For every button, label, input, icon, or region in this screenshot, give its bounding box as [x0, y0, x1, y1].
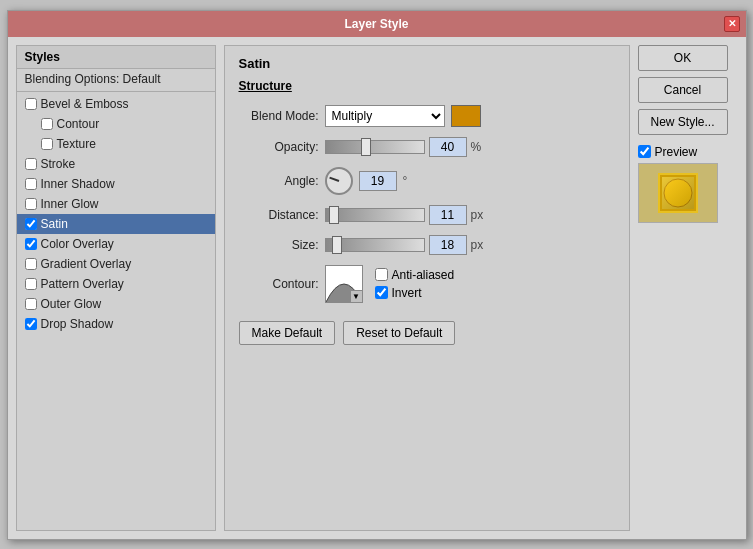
gradient-overlay-label: Gradient Overlay	[41, 257, 132, 271]
dialog-body: Styles Blending Options: Default Bevel &…	[8, 37, 746, 539]
outer-glow-label: Outer Glow	[41, 297, 102, 311]
sidebar-item-bevel-emboss[interactable]: Bevel & Emboss	[17, 94, 215, 114]
contour-row: Contour: ▼ Anti-aliased Invert	[239, 265, 615, 303]
stroke-label: Stroke	[41, 157, 76, 171]
distance-slider[interactable]	[325, 208, 425, 222]
outer-glow-checkbox[interactable]	[25, 298, 37, 310]
preview-box	[638, 163, 718, 223]
layer-style-dialog: Layer Style ✕ Styles Blending Options: D…	[7, 10, 747, 540]
dialog-title: Layer Style	[344, 17, 408, 31]
inner-glow-label: Inner Glow	[41, 197, 99, 211]
size-unit: px	[471, 238, 484, 252]
sidebar-item-outer-glow[interactable]: Outer Glow	[17, 294, 215, 314]
size-row: Size: px	[239, 235, 615, 255]
sidebar-item-inner-glow[interactable]: Inner Glow	[17, 194, 215, 214]
sidebar-item-inner-shadow[interactable]: Inner Shadow	[17, 174, 215, 194]
main-panel: Satin Structure Blend Mode: Multiply Nor…	[224, 45, 630, 531]
angle-row: Angle: °	[239, 167, 615, 195]
size-label: Size:	[239, 238, 319, 252]
anti-aliased-label: Anti-aliased	[392, 268, 455, 282]
drop-shadow-label: Drop Shadow	[41, 317, 114, 331]
contour-dropdown-arrow[interactable]: ▼	[350, 290, 362, 302]
invert-label: Invert	[392, 286, 422, 300]
opacity-slider-container: %	[325, 137, 482, 157]
blending-options-item[interactable]: Blending Options: Default	[17, 69, 215, 89]
svg-point-2	[664, 179, 692, 207]
satin-label: Satin	[41, 217, 68, 231]
opacity-slider[interactable]	[325, 140, 425, 154]
preview-thumbnail	[658, 173, 698, 213]
angle-dial[interactable]	[325, 167, 353, 195]
sidebar-item-texture[interactable]: Texture	[17, 134, 215, 154]
distance-row: Distance: px	[239, 205, 615, 225]
new-style-button[interactable]: New Style...	[638, 109, 728, 135]
make-default-button[interactable]: Make Default	[239, 321, 336, 345]
distance-label: Distance:	[239, 208, 319, 222]
pattern-overlay-checkbox[interactable]	[25, 278, 37, 290]
distance-input[interactable]	[429, 205, 467, 225]
action-buttons-row: Make Default Reset to Default	[239, 321, 615, 345]
distance-slider-container: px	[325, 205, 484, 225]
section-title: Satin	[239, 56, 615, 71]
satin-checkbox[interactable]	[25, 218, 37, 230]
angle-label: Angle:	[239, 174, 319, 188]
sidebar-item-color-overlay[interactable]: Color Overlay	[17, 234, 215, 254]
preview-label-row: Preview	[638, 145, 698, 159]
drop-shadow-checkbox[interactable]	[25, 318, 37, 330]
opacity-input[interactable]	[429, 137, 467, 157]
right-panel: OK Cancel New Style... Preview	[638, 45, 738, 531]
left-panel: Styles Blending Options: Default Bevel &…	[16, 45, 216, 531]
inner-glow-checkbox[interactable]	[25, 198, 37, 210]
texture-checkbox[interactable]	[41, 138, 53, 150]
angle-input[interactable]	[359, 171, 397, 191]
preview-label: Preview	[655, 145, 698, 159]
blend-mode-select[interactable]: Multiply Normal Dissolve Screen Overlay	[325, 105, 445, 127]
bevel-emboss-label: Bevel & Emboss	[41, 97, 129, 111]
stroke-checkbox[interactable]	[25, 158, 37, 170]
contour-label: Contour	[57, 117, 100, 131]
color-overlay-label: Color Overlay	[41, 237, 114, 251]
reset-to-default-button[interactable]: Reset to Default	[343, 321, 455, 345]
inner-shadow-checkbox[interactable]	[25, 178, 37, 190]
close-button[interactable]: ✕	[724, 16, 740, 32]
sidebar-item-pattern-overlay[interactable]: Pattern Overlay	[17, 274, 215, 294]
blend-mode-label: Blend Mode:	[239, 109, 319, 123]
angle-container: °	[325, 167, 408, 195]
ok-button[interactable]: OK	[638, 45, 728, 71]
sidebar-item-gradient-overlay[interactable]: Gradient Overlay	[17, 254, 215, 274]
invert-checkbox[interactable]	[375, 286, 388, 299]
contour-preview[interactable]: ▼	[325, 265, 363, 303]
blend-mode-row: Blend Mode: Multiply Normal Dissolve Scr…	[239, 105, 615, 127]
texture-label: Texture	[57, 137, 96, 151]
size-input[interactable]	[429, 235, 467, 255]
sidebar-item-satin[interactable]: Satin	[17, 214, 215, 234]
preview-checkbox[interactable]	[638, 145, 651, 158]
title-bar: Layer Style ✕	[8, 11, 746, 37]
sidebar-item-stroke[interactable]: Stroke	[17, 154, 215, 174]
contour-checkbox[interactable]	[41, 118, 53, 130]
cancel-button[interactable]: Cancel	[638, 77, 728, 103]
bevel-emboss-checkbox[interactable]	[25, 98, 37, 110]
opacity-label: Opacity:	[239, 140, 319, 154]
anti-aliased-row: Anti-aliased	[375, 268, 455, 282]
inner-shadow-label: Inner Shadow	[41, 177, 115, 191]
preview-section: Preview	[638, 145, 738, 223]
pattern-overlay-label: Pattern Overlay	[41, 277, 124, 291]
invert-row: Invert	[375, 286, 455, 300]
svg-rect-0	[658, 173, 698, 213]
svg-rect-1	[661, 176, 695, 210]
opacity-row: Opacity: %	[239, 137, 615, 157]
color-swatch[interactable]	[451, 105, 481, 127]
size-slider-container: px	[325, 235, 484, 255]
opacity-unit: %	[471, 140, 482, 154]
size-slider[interactable]	[325, 238, 425, 252]
distance-unit: px	[471, 208, 484, 222]
sidebar-item-drop-shadow[interactable]: Drop Shadow	[17, 314, 215, 334]
color-overlay-checkbox[interactable]	[25, 238, 37, 250]
angle-unit: °	[403, 174, 408, 188]
contour-label: Contour:	[239, 277, 319, 291]
gradient-overlay-checkbox[interactable]	[25, 258, 37, 270]
styles-header: Styles	[17, 46, 215, 69]
sidebar-item-contour[interactable]: Contour	[17, 114, 215, 134]
anti-aliased-checkbox[interactable]	[375, 268, 388, 281]
